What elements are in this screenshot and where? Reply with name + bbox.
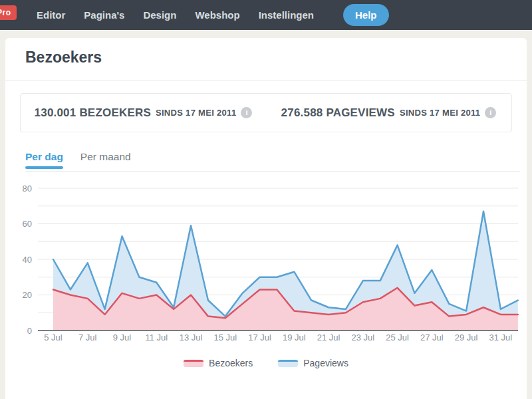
page-title: Bezoekers: [25, 49, 102, 66]
total-visitors: 130.001 BEZOEKERS SINDS 17 MEI 2011 i: [21, 106, 266, 120]
tab-per-maand[interactable]: Per maand: [80, 151, 131, 167]
help-button[interactable]: Help: [343, 4, 389, 26]
legend-label: Pageviews: [303, 358, 348, 368]
svg-text:17 Jul: 17 Jul: [248, 332, 271, 342]
visitors-chart[interactable]: 0204060805 Jul7 Jul9 Jul11 Jul13 Jul15 J…: [5, 174, 527, 347]
legend-swatch: [278, 360, 298, 367]
svg-text:13 Jul: 13 Jul: [180, 332, 203, 342]
nav-item-webshop[interactable]: Webshop: [195, 9, 239, 21]
svg-text:7 Jul: 7 Jul: [78, 332, 97, 342]
nav-item-instellingen[interactable]: Instellingen: [259, 9, 314, 21]
svg-text:60: 60: [23, 219, 32, 229]
visitors-count: 130.001 BEZOEKERS: [35, 106, 151, 120]
svg-text:25 Jul: 25 Jul: [386, 332, 409, 342]
nav-menu: Editor Pagina's Design Webshop Instellin…: [37, 4, 389, 26]
info-icon[interactable]: i: [241, 107, 252, 118]
svg-text:40: 40: [23, 255, 32, 265]
period-tabs: Per dag Per maand: [25, 151, 520, 172]
svg-text:27 Jul: 27 Jul: [420, 332, 444, 342]
totals-panel: 130.001 BEZOEKERS SINDS 17 MEI 2011 i 27…: [20, 93, 512, 132]
nav-item-editor[interactable]: Editor: [37, 9, 65, 21]
nav-item-design[interactable]: Design: [143, 9, 176, 21]
pro-badge[interactable]: Pro: [0, 5, 17, 20]
chart-legend: BezoekersPageviews: [5, 358, 527, 368]
svg-text:19 Jul: 19 Jul: [283, 332, 306, 342]
legend-item-bezoekers[interactable]: Bezoekers: [184, 358, 253, 368]
svg-text:15 Jul: 15 Jul: [213, 332, 237, 342]
visitors-since: SINDS 17 MEI 2011: [156, 108, 236, 118]
svg-text:21 Jul: 21 Jul: [317, 332, 340, 342]
nav-item-paginas[interactable]: Pagina's: [84, 9, 124, 21]
pageviews-count: 276.588 PAGEVIEWS: [281, 106, 395, 120]
svg-text:20: 20: [23, 290, 32, 300]
svg-text:9 Jul: 9 Jul: [113, 332, 132, 342]
legend-swatch: [184, 360, 203, 367]
top-navbar: Pro Editor Pagina's Design Webshop Inste…: [0, 0, 532, 30]
info-icon[interactable]: i: [485, 107, 496, 118]
legend-item-pageviews[interactable]: Pageviews: [278, 358, 348, 368]
screen: Pro Editor Pagina's Design Webshop Inste…: [0, 0, 532, 399]
svg-text:23 Jul: 23 Jul: [351, 332, 374, 342]
svg-text:11 Jul: 11 Jul: [145, 332, 168, 342]
pageviews-since: SINDS 17 MEI 2011: [400, 108, 480, 118]
header-divider: [5, 80, 527, 80]
svg-text:5 Jul: 5 Jul: [44, 332, 63, 342]
stats-card: Bezoekers 130.001 BEZOEKERS SINDS 17 MEI…: [5, 38, 527, 399]
total-pageviews: 276.588 PAGEVIEWS SINDS 17 MEI 2011 i: [266, 106, 511, 120]
legend-label: Bezoekers: [209, 358, 253, 368]
svg-text:29 Jul: 29 Jul: [455, 332, 478, 342]
tab-per-dag[interactable]: Per dag: [25, 151, 63, 167]
svg-text:0: 0: [27, 326, 32, 336]
svg-text:80: 80: [23, 184, 32, 194]
svg-text:31 Jul: 31 Jul: [489, 332, 513, 342]
